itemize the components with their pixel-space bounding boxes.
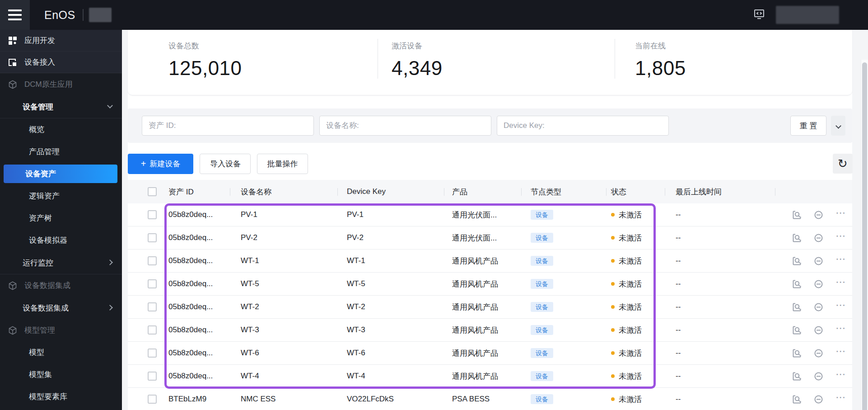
reset-button[interactable]: 重 置 — [790, 116, 826, 136]
sidebar-group-operation-monitoring[interactable]: 运行监控 — [0, 251, 122, 274]
sidebar-item-device-simulator[interactable]: 设备模拟器 — [0, 229, 122, 251]
cell-device-key: WT-3 — [337, 325, 444, 335]
row-checkbox[interactable] — [148, 349, 157, 358]
redacted-account-menu[interactable] — [776, 6, 839, 24]
row-checkbox[interactable] — [148, 279, 157, 288]
more-actions-icon[interactable]: ⋯ — [835, 349, 846, 357]
node-type-badge: 设备 — [531, 371, 553, 381]
dev-console-icon[interactable] — [753, 8, 765, 22]
sidebar-item-asset-tree[interactable]: 资产树 — [0, 207, 122, 229]
sidebar-item-device-assets[interactable]: 设备资产 — [0, 163, 122, 185]
cell-product: 通用风机产品 — [444, 302, 521, 312]
view-details-icon[interactable] — [792, 302, 802, 312]
view-details-icon[interactable] — [792, 395, 802, 404]
row-checkbox[interactable] — [148, 372, 157, 381]
device-name-input[interactable] — [319, 116, 491, 136]
stat-label: 激活设备 — [392, 41, 443, 51]
more-actions-icon[interactable]: ⋯ — [835, 395, 846, 403]
sidebar-item-model-element-library[interactable]: 模型要素库 — [0, 386, 122, 408]
stat-label: 设备总数 — [168, 41, 242, 51]
more-actions-icon[interactable]: ⋯ — [835, 372, 846, 380]
node-type-badge: 设备 — [531, 325, 553, 335]
row-checkbox[interactable] — [148, 256, 157, 265]
column-header-device-name: 设备名称 — [230, 180, 337, 203]
device-board-icon — [8, 58, 17, 67]
vertical-scrollbar[interactable] — [861, 60, 868, 410]
expand-filters-button[interactable] — [831, 116, 845, 136]
disable-device-icon[interactable] — [814, 395, 823, 404]
view-details-icon[interactable] — [792, 233, 802, 243]
column-header-status: 状态 — [606, 180, 665, 203]
sidebar-item-app-development[interactable]: 应用开发 — [0, 30, 122, 52]
more-actions-icon[interactable]: ⋯ — [835, 234, 846, 242]
import-device-button[interactable]: 导入设备 — [200, 154, 251, 174]
status-dot — [611, 374, 615, 378]
row-checkbox[interactable] — [148, 325, 157, 335]
device-key-input[interactable] — [497, 116, 669, 136]
status-text: 未激活 — [619, 210, 642, 220]
select-all-checkbox[interactable] — [148, 187, 157, 196]
sidebar-nav: 应用开发 设备接入 DCM原生应用 设备管理 概览 产品管理 设备资 — [0, 30, 122, 410]
create-device-button[interactable]: +新建设备 — [128, 154, 193, 174]
status-text: 未激活 — [619, 256, 642, 266]
refresh-button[interactable]: ↻ — [833, 154, 853, 174]
node-type-badge: 设备 — [531, 302, 553, 312]
disable-device-icon[interactable] — [814, 210, 823, 220]
asset-id-input[interactable] — [142, 116, 314, 136]
disable-device-icon[interactable] — [814, 349, 823, 358]
row-checkbox[interactable] — [148, 210, 157, 219]
node-type-badge: 设备 — [531, 394, 553, 404]
cell-device-name: WT-3 — [230, 325, 337, 335]
more-actions-icon[interactable]: ⋯ — [835, 211, 846, 219]
disable-device-icon[interactable] — [814, 325, 823, 335]
column-header-actions — [775, 180, 852, 203]
cell-last-online: -- — [665, 279, 775, 288]
sidebar-group-device-data-integration[interactable]: 设备数据集成 — [0, 297, 122, 319]
disable-device-icon[interactable] — [814, 372, 823, 381]
sidebar-item-logical-assets[interactable]: 逻辑资产 — [0, 185, 122, 207]
batch-operation-button[interactable]: 批量操作 — [257, 154, 308, 174]
cell-asset-id: 05b8z0deq... — [163, 349, 230, 358]
cell-device-name: WT-4 — [230, 372, 337, 381]
cell-last-online: -- — [665, 210, 775, 219]
table-row: 05b8z0deq... WT-1 WT-1 通用风机产品 设备 未激活 -- … — [128, 250, 852, 273]
sidebar-item-product-management[interactable]: 产品管理 — [0, 141, 122, 163]
more-actions-icon[interactable]: ⋯ — [835, 303, 846, 311]
cell-asset-id: 05b8z0deq... — [163, 210, 230, 219]
sidebar-group-device-management[interactable]: 设备管理 — [0, 95, 122, 118]
disable-device-icon[interactable] — [814, 279, 823, 289]
table-row: 05b8z0deq... WT-4 WT-4 通用风机产品 设备 未激活 -- … — [128, 365, 852, 388]
cell-device-key: VO22LFcDkS — [337, 395, 444, 404]
view-details-icon[interactable] — [792, 349, 802, 358]
more-actions-icon[interactable]: ⋯ — [835, 326, 846, 334]
view-details-icon[interactable] — [792, 256, 802, 266]
view-details-icon[interactable] — [792, 279, 802, 289]
view-details-icon[interactable] — [792, 325, 802, 335]
sidebar-item-label: 资产树 — [29, 213, 52, 223]
redacted-app-name — [89, 8, 112, 22]
status-text: 未激活 — [619, 279, 642, 289]
status-text: 未激活 — [619, 371, 642, 382]
more-actions-icon[interactable]: ⋯ — [835, 280, 846, 288]
sidebar-item-model[interactable]: 模型 — [0, 341, 122, 363]
row-checkbox[interactable] — [148, 395, 157, 404]
sidebar-item-device-access[interactable]: 设备接入 — [0, 52, 122, 73]
disable-device-icon[interactable] — [814, 233, 823, 243]
disable-device-icon[interactable] — [814, 256, 823, 266]
hamburger-menu-button[interactable] — [0, 0, 30, 30]
sidebar-item-model-set[interactable]: 模型集 — [0, 363, 122, 386]
cell-product: 通用光伏面... — [444, 210, 521, 220]
row-checkbox[interactable] — [148, 302, 157, 311]
sidebar-item-overview[interactable]: 概览 — [0, 118, 122, 141]
view-details-icon[interactable] — [792, 210, 802, 220]
scrollbar-thumb[interactable] — [862, 62, 867, 410]
column-header-last-online: 最后上线时间 — [665, 180, 775, 203]
more-actions-icon[interactable]: ⋯ — [835, 257, 846, 265]
view-details-icon[interactable] — [792, 372, 802, 381]
status-dot — [611, 236, 615, 240]
disable-device-icon[interactable] — [814, 302, 823, 312]
stat-total-devices: 设备总数 125,010 — [168, 41, 242, 80]
row-checkbox[interactable] — [148, 233, 157, 242]
table-row: 05b8z0deq... WT-5 WT-5 通用风机产品 设备 未激活 -- … — [128, 273, 852, 296]
cell-last-online: -- — [665, 349, 775, 358]
